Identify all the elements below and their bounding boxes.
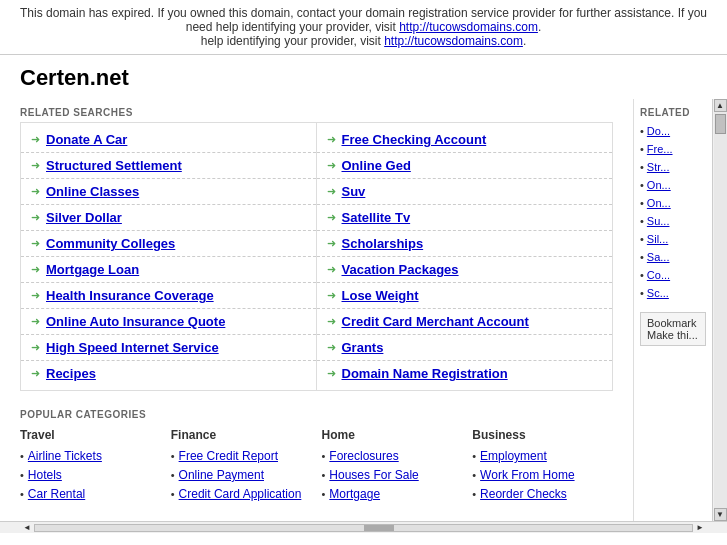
list-item: ➜ Recipes (21, 361, 316, 386)
home-link[interactable]: Mortgage (329, 487, 380, 501)
search-link[interactable]: Silver Dollar (46, 210, 122, 225)
search-link[interactable]: Free Checking Account (342, 132, 487, 147)
search-link-community-colleges[interactable]: Community Colleges (46, 236, 175, 251)
tucows-link[interactable]: http://tucowsdomains.com (399, 20, 538, 34)
list-item: Sil... (640, 230, 706, 248)
scroll-thumb[interactable] (715, 114, 726, 134)
search-link[interactable]: Lose Weight (342, 288, 419, 303)
right-link[interactable]: Do... (647, 125, 670, 137)
arrow-icon: ➜ (31, 133, 40, 146)
right-link[interactable]: Sc... (647, 287, 669, 299)
list-item: ➜ Mortgage Loan (21, 257, 316, 283)
list-item: Do... (640, 122, 706, 140)
business-heading: Business (472, 428, 613, 442)
search-link[interactable]: Online Classes (46, 184, 139, 199)
popular-grid: Travel Airline Tickets Hotels Car Rental… (20, 428, 613, 503)
expiry-notice: This domain has expired. If you owned th… (0, 0, 727, 55)
list-item: ➜ Scholarships (317, 231, 613, 257)
list-item: Foreclosures (322, 446, 463, 465)
finance-list: Free Credit Report Online Payment Credit… (171, 446, 312, 503)
list-item: ➜ Health Insurance Coverage (21, 283, 316, 309)
search-link[interactable]: Online Auto Insurance Quote (46, 314, 225, 329)
search-link[interactable]: Grants (342, 340, 384, 355)
search-link-credit-card[interactable]: Credit Card Merchant Account (342, 314, 529, 329)
tucows-link-2[interactable]: http://tucowsdomains.com (384, 34, 523, 48)
list-item: Su... (640, 212, 706, 230)
scroll-left-button[interactable]: ◄ (20, 522, 34, 534)
list-item: ➜ Grants (317, 335, 613, 361)
search-link-health-insurance[interactable]: Health Insurance Coverage (46, 288, 214, 303)
home-link[interactable]: Foreclosures (329, 449, 398, 463)
right-link[interactable]: Su... (647, 215, 670, 227)
list-item: Online Payment (171, 465, 312, 484)
list-item: ➜ Community Colleges (21, 231, 316, 257)
right-link[interactable]: Co... (647, 269, 670, 281)
arrow-icon: ➜ (31, 263, 40, 276)
scroll-right-button[interactable]: ► (693, 522, 707, 534)
search-link-domain[interactable]: Domain Name Registration (342, 366, 508, 381)
right-link[interactable]: On... (647, 197, 671, 209)
right-link[interactable]: Sa... (647, 251, 670, 263)
home-col: Home Foreclosures Houses For Sale Mortga… (322, 428, 463, 503)
list-item: Credit Card Application (171, 484, 312, 503)
search-link-vacation[interactable]: Vacation Packages (342, 262, 459, 277)
business-link[interactable]: Work From Home (480, 468, 574, 482)
finance-link[interactable]: Online Payment (179, 468, 264, 482)
main-content: RELATED SEARCHES ➜ Donate A Car ➜ Struct… (0, 99, 634, 521)
right-link[interactable]: Sil... (647, 233, 668, 245)
list-item: Hotels (20, 465, 161, 484)
h-scroll-track (34, 524, 693, 532)
right-link[interactable]: Str... (647, 161, 670, 173)
finance-link[interactable]: Credit Card Application (179, 487, 302, 501)
list-item: ➜ Online Auto Insurance Quote (21, 309, 316, 335)
list-item: Mortgage (322, 484, 463, 503)
arrow-icon: ➜ (327, 263, 336, 276)
search-link[interactable]: Mortgage Loan (46, 262, 139, 277)
h-scroll-thumb[interactable] (364, 525, 394, 531)
popular-label: POPULAR CATEGORIES (20, 409, 613, 420)
arrow-icon: ➜ (327, 315, 336, 328)
list-item: ➜ Satellite Tv (317, 205, 613, 231)
list-item: ➜ Vacation Packages (317, 257, 613, 283)
search-link[interactable]: Online Ged (342, 158, 411, 173)
right-related-label: RELATED (640, 99, 706, 122)
list-item: On... (640, 176, 706, 194)
list-item: ➜ Credit Card Merchant Account (317, 309, 613, 335)
business-link[interactable]: Reorder Checks (480, 487, 567, 501)
list-item: ➜ Online Ged (317, 153, 613, 179)
search-link[interactable]: High Speed Internet Service (46, 340, 219, 355)
right-panel: RELATED Do... Fre... Str... On... On... … (634, 99, 712, 521)
bookmark-label: Bookmark (647, 317, 699, 329)
list-item: Co... (640, 266, 706, 284)
list-item: Work From Home (472, 465, 613, 484)
arrow-icon: ➜ (327, 211, 336, 224)
finance-link[interactable]: Free Credit Report (179, 449, 278, 463)
list-item: Sa... (640, 248, 706, 266)
search-link[interactable]: Recipes (46, 366, 96, 381)
travel-link[interactable]: Hotels (28, 468, 62, 482)
left-search-col: ➜ Donate A Car ➜ Structured Settlement ➜… (21, 123, 317, 390)
arrow-icon: ➜ (327, 159, 336, 172)
right-link[interactable]: On... (647, 179, 671, 191)
travel-link[interactable]: Car Rental (28, 487, 85, 501)
business-link[interactable]: Employment (480, 449, 547, 463)
list-item: Reorder Checks (472, 484, 613, 503)
list-item: ➜ Structured Settlement (21, 153, 316, 179)
search-link[interactable]: Donate A Car (46, 132, 127, 147)
search-link[interactable]: Structured Settlement (46, 158, 182, 173)
travel-link[interactable]: Airline Tickets (28, 449, 102, 463)
finance-col: Finance Free Credit Report Online Paymen… (171, 428, 312, 503)
home-link[interactable]: Houses For Sale (329, 468, 418, 482)
arrow-icon: ➜ (327, 185, 336, 198)
scroll-up-button[interactable]: ▲ (714, 99, 727, 112)
search-link-scholarships[interactable]: Scholarships (342, 236, 424, 251)
home-heading: Home (322, 428, 463, 442)
right-scrollbar[interactable]: ▲ ▼ (712, 99, 727, 521)
related-searches-label: RELATED SEARCHES (10, 99, 623, 122)
search-link[interactable]: Suv (342, 184, 366, 199)
search-link[interactable]: Satellite Tv (342, 210, 411, 225)
site-title: Certen.net (0, 55, 727, 99)
list-item: ➜ Suv (317, 179, 613, 205)
right-link[interactable]: Fre... (647, 143, 673, 155)
scroll-down-button[interactable]: ▼ (714, 508, 727, 521)
